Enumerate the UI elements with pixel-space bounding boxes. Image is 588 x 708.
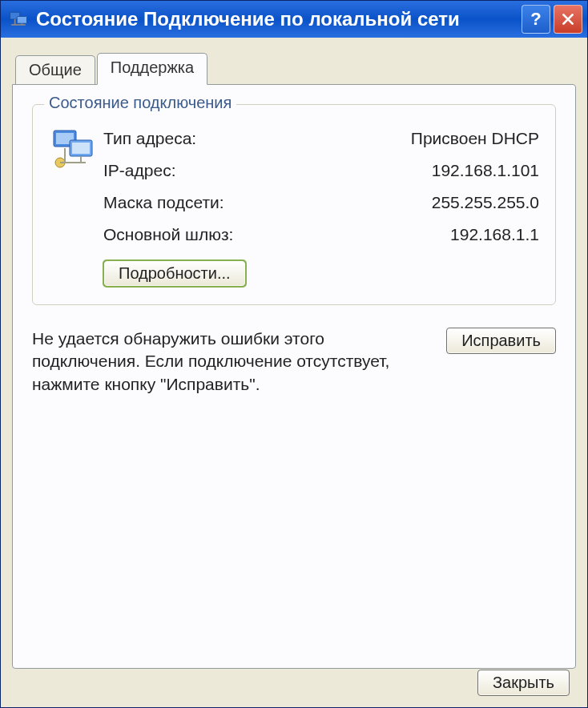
label-subnet-mask: Маска подсети: xyxy=(103,193,224,212)
network-computers-icon xyxy=(49,123,103,251)
tab-general[interactable]: Общие xyxy=(15,55,95,84)
details-button[interactable]: Подробности... xyxy=(103,260,246,287)
tabs-strip: Общие Поддержка xyxy=(12,52,576,84)
tab-panel-support: Состояние подключения xyxy=(12,84,576,669)
svg-rect-8 xyxy=(72,143,90,154)
label-gateway: Основной шлюз: xyxy=(103,225,233,244)
row-ip-address: IP-адрес: 192.168.1.101 xyxy=(103,155,539,187)
network-icon xyxy=(7,8,30,30)
label-ip-address: IP-адрес: xyxy=(103,161,175,180)
close-button[interactable] xyxy=(554,5,582,34)
value-address-type: Присвоен DHCP xyxy=(411,129,539,148)
row-address-type: Тип адреса: Присвоен DHCP xyxy=(103,123,539,155)
group-legend: Состояние подключения xyxy=(44,94,236,112)
connection-status-group: Состояние подключения xyxy=(32,104,556,305)
repair-text: Не удается обнаружить ошибки этого подкл… xyxy=(32,328,427,396)
help-button[interactable]: ? xyxy=(522,5,550,34)
value-subnet-mask: 255.255.255.0 xyxy=(432,193,539,212)
connection-info-table: Тип адреса: Присвоен DHCP IP-адрес: 192.… xyxy=(103,123,539,251)
window-title: Состояние Подключение по локальной сети xyxy=(36,8,522,30)
titlebar[interactable]: Состояние Подключение по локальной сети … xyxy=(1,1,587,38)
dialog-window: Состояние Подключение по локальной сети … xyxy=(0,0,588,708)
repair-button[interactable]: Исправить xyxy=(446,328,556,354)
label-address-type: Тип адреса: xyxy=(103,129,196,148)
close-dialog-button[interactable]: Закрыть xyxy=(477,670,570,696)
row-gateway: Основной шлюз: 192.168.1.1 xyxy=(103,219,539,251)
tab-support[interactable]: Поддержка xyxy=(97,53,207,85)
value-ip-address: 192.168.1.101 xyxy=(432,161,539,180)
value-gateway: 192.168.1.1 xyxy=(450,225,539,244)
row-subnet-mask: Маска подсети: 255.255.255.0 xyxy=(103,187,539,219)
svg-rect-1 xyxy=(17,17,26,24)
